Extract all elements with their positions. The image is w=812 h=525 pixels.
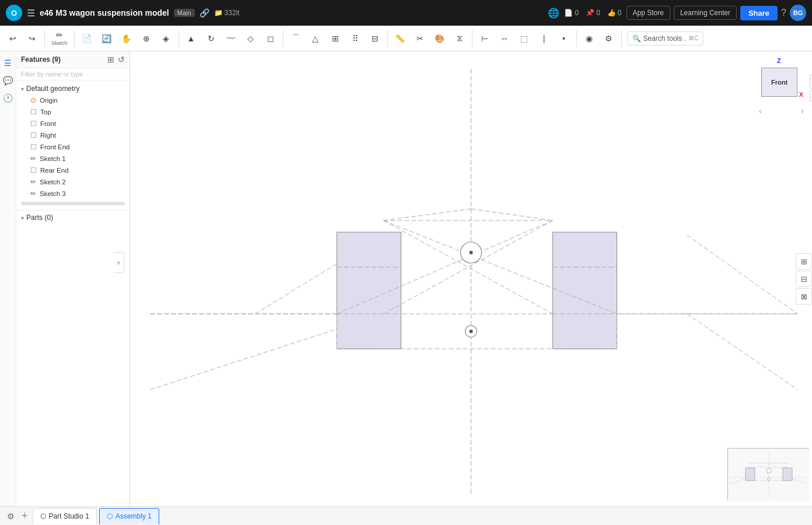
filter-input[interactable] xyxy=(16,68,130,80)
user-avatar[interactable]: BG xyxy=(790,5,806,21)
render-button[interactable]: ◉ xyxy=(580,27,598,50)
offset-button[interactable]: ⊞ xyxy=(326,27,345,50)
learning-center-button[interactable]: Learning Center xyxy=(674,6,737,20)
loft-button[interactable]: ◇ xyxy=(242,27,260,50)
feature-sketch3[interactable]: ✏ Sketch 3 xyxy=(16,188,130,200)
panel-title: Features (9) xyxy=(21,55,61,64)
draft-button[interactable]: △ xyxy=(306,27,325,50)
appearance-button[interactable]: 🎨 xyxy=(430,27,449,50)
svg-rect-10 xyxy=(553,232,617,349)
features-icon[interactable]: ☰ xyxy=(2,56,14,70)
chamfer-button[interactable]: ◈ xyxy=(157,27,176,50)
refresh-icon[interactable]: ↺ xyxy=(118,55,125,64)
scrollbar[interactable] xyxy=(21,202,125,205)
part-studio-icon: ⬡ xyxy=(40,512,46,520)
feature-front-end-label: Front End xyxy=(40,144,70,150)
mirror-button[interactable]: ⊟ xyxy=(366,27,384,50)
feature-front[interactable]: ☐ Front xyxy=(16,118,130,130)
feature-rear-end-label: Rear End xyxy=(40,167,69,174)
tab-assembly[interactable]: ⬡ Assembly 1 xyxy=(99,508,159,524)
view-mode-button[interactable]: ⬡ xyxy=(810,75,812,89)
search-icon: 🔍 xyxy=(632,34,641,43)
tab-part-studio[interactable]: ⬡ Part Studio 1 xyxy=(33,508,97,524)
feature-top-label: Top xyxy=(40,108,51,116)
shell-button[interactable]: ◻ xyxy=(261,27,280,50)
view-cube[interactable]: Z Front X ‹ › ⬡ ▾ xyxy=(757,57,806,116)
display-states-icon[interactable]: ⊟ xyxy=(796,271,812,287)
collapse-list-icon: ≡ xyxy=(117,260,121,266)
point-button[interactable]: • xyxy=(555,27,573,50)
viewport-canvas[interactable]: .construction { stroke: #aaa; stroke-das… xyxy=(130,51,812,506)
view-dropdown-button[interactable]: ▾ xyxy=(810,90,812,102)
chevron-down-icon: ▾ xyxy=(21,86,24,92)
cube-left-chevron[interactable]: ‹ xyxy=(759,106,762,116)
sketch-button[interactable]: ✏ Sketch xyxy=(48,27,71,50)
section-button[interactable]: ✂ xyxy=(411,27,429,50)
named-views-icon[interactable]: ⊠ xyxy=(796,288,812,304)
add-tab-button[interactable]: + xyxy=(19,509,30,523)
constraint-button[interactable]: ⊢ xyxy=(475,27,494,50)
toolbar-divider-5 xyxy=(387,30,388,47)
share-button[interactable]: Share xyxy=(740,6,778,20)
search-tools-button[interactable]: 🔍 Search tools . ⌘C xyxy=(627,32,704,46)
svg-point-21 xyxy=(470,251,473,254)
help-button[interactable]: ? xyxy=(781,8,786,18)
sweep-button[interactable]: 〰 xyxy=(222,27,240,50)
svg-rect-33 xyxy=(783,468,792,481)
extrude-button[interactable]: ▲ xyxy=(182,27,201,50)
document-counts: 📄0 📌0 👍0 xyxy=(564,9,621,17)
move-button[interactable]: ✋ xyxy=(117,27,136,50)
cube-right-chevron[interactable]: › xyxy=(801,106,804,116)
z-axis-label: Z xyxy=(777,57,781,64)
feature-origin[interactable]: ⊙ Origin xyxy=(16,94,130,106)
plane-icon-3: ☐ xyxy=(30,131,37,139)
feature-sketch2[interactable]: ✏ Sketch 2 xyxy=(16,176,130,188)
default-geometry-group[interactable]: ▾ Default geometry xyxy=(16,83,130,94)
parts-label: Parts (0) xyxy=(26,214,53,222)
toolbar-divider-1 xyxy=(44,30,45,47)
fillet-button[interactable]: ⌒ xyxy=(286,27,305,50)
settings-icon[interactable]: ⊞ xyxy=(796,253,812,270)
plane-icon-2: ☐ xyxy=(30,120,37,128)
settings-bottom-icon[interactable]: ⚙ xyxy=(5,510,17,522)
feature-sketch1[interactable]: ✏ Sketch 1 xyxy=(16,153,130,164)
simulation-button[interactable]: ⚙ xyxy=(600,27,618,50)
mate-button[interactable]: ⧖ xyxy=(450,27,469,50)
link-icon[interactable]: 🔗 xyxy=(200,8,209,18)
measure-button[interactable]: 📏 xyxy=(391,27,410,50)
feature-right[interactable]: ☐ Right xyxy=(16,130,130,141)
redo-button[interactable]: ↪ xyxy=(23,27,41,50)
left-strip: ☰ 💬 🕐 xyxy=(0,51,16,506)
boolean-button[interactable]: ⊕ xyxy=(137,27,156,50)
origin-icon: ⊙ xyxy=(30,96,36,104)
transform-button[interactable]: 🔄 xyxy=(97,27,116,50)
globe-icon[interactable]: 🌐 xyxy=(548,8,559,19)
add-feature-icon[interactable]: ⊞ xyxy=(107,55,114,64)
svg-line-4 xyxy=(687,235,798,314)
feature-front-end[interactable]: ☐ Front End xyxy=(16,141,130,153)
plane-button[interactable]: ⬚ xyxy=(515,27,534,50)
revolve-button[interactable]: ↻ xyxy=(202,27,220,50)
plane-icon-4: ☐ xyxy=(30,143,37,151)
mini-map xyxy=(727,448,809,501)
feature-right-label: Right xyxy=(40,132,56,139)
feature-rear-end[interactable]: ☐ Rear End xyxy=(16,164,130,176)
feature-top[interactable]: ☐ Top xyxy=(16,106,130,118)
history-icon[interactable]: 🕐 xyxy=(1,91,15,105)
feature-sketch1-label: Sketch 1 xyxy=(40,155,66,162)
pattern-button[interactable]: ⠿ xyxy=(346,27,365,50)
model-viewport: .construction { stroke: #aaa; stroke-das… xyxy=(130,51,812,506)
comment-icon[interactable]: 💬 xyxy=(1,74,15,88)
svg-line-7 xyxy=(384,209,471,220)
dimension-button[interactable]: ↔ xyxy=(495,27,514,50)
app-store-button[interactable]: App Store xyxy=(626,6,670,20)
default-geometry-label: Default geometry xyxy=(26,85,79,93)
document-title: e46 M3 wagon suspension model xyxy=(40,8,169,18)
branch-badge[interactable]: Main xyxy=(174,9,195,17)
axis-button[interactable]: | xyxy=(535,27,554,50)
parts-header[interactable]: ▾ Parts (0) xyxy=(16,211,130,225)
panel-collapse-button[interactable]: ≡ xyxy=(114,252,124,273)
undo-button[interactable]: ↩ xyxy=(4,27,22,50)
new-button[interactable]: 📄 xyxy=(78,27,96,50)
hamburger-menu[interactable]: ☰ xyxy=(27,8,35,19)
